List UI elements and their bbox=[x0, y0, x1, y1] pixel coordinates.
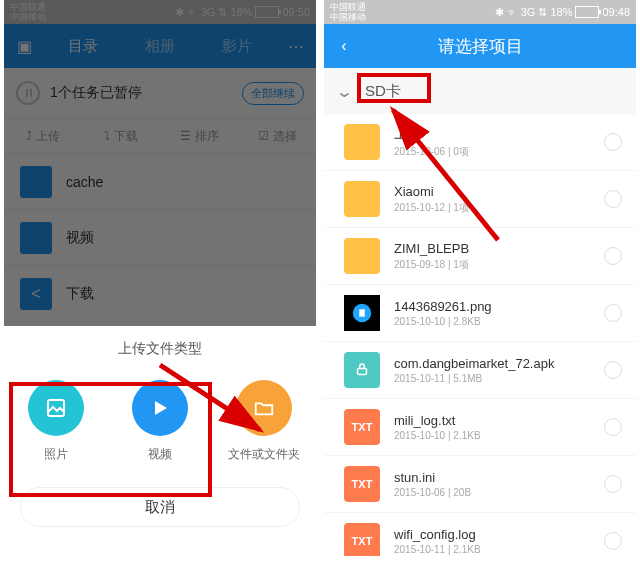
select-radio[interactable] bbox=[604, 190, 622, 208]
file-row[interactable]: TXTmili_log.txt2015-10-10 | 2.1KB bbox=[324, 399, 636, 456]
modal-backdrop[interactable] bbox=[4, 0, 316, 326]
apk-icon bbox=[344, 352, 380, 388]
clock-label: 09:48 bbox=[602, 6, 630, 18]
right-phone: 中国联通 中国移动 ✱ ᯤ 3G ⇅ 18% 09:48 ‹ 请选择项目 ⌄ S… bbox=[324, 0, 636, 556]
png-icon bbox=[344, 295, 380, 331]
file-row[interactable]: com.dangbeimarket_72.apk2015-10-11 | 5.1… bbox=[324, 342, 636, 399]
svg-rect-4 bbox=[358, 369, 367, 375]
cancel-button[interactable]: 取消 bbox=[20, 487, 300, 527]
file-meta: 2015-10-06 | 0项 bbox=[394, 145, 469, 159]
video-icon bbox=[132, 380, 188, 436]
select-radio[interactable] bbox=[604, 418, 622, 436]
folder-icon bbox=[344, 238, 380, 274]
upload-type-sheet: 上传文件类型 照片 视频 文件或文件夹 取消 bbox=[4, 326, 316, 556]
type-photo[interactable]: 照片 bbox=[16, 380, 96, 463]
select-radio[interactable] bbox=[604, 361, 622, 379]
file-row[interactable]: 1443689261.png2015-10-10 | 2.8KB bbox=[324, 285, 636, 342]
select-radio[interactable] bbox=[604, 304, 622, 322]
folder-icon bbox=[344, 124, 380, 160]
file-name: mili_log.txt bbox=[394, 413, 481, 428]
page-title: 请选择项目 bbox=[324, 35, 636, 58]
file-row[interactable]: ZIMI_BLEPB2015-09-18 | 1项 bbox=[324, 228, 636, 285]
sd-header[interactable]: ⌄ SD卡 bbox=[324, 68, 636, 114]
select-radio[interactable] bbox=[604, 532, 622, 550]
file-row[interactable]: 上2015-10-06 | 0项 bbox=[324, 114, 636, 171]
type-file-folder[interactable]: 文件或文件夹 bbox=[224, 380, 304, 463]
file-name: com.dangbeimarket_72.apk bbox=[394, 356, 554, 371]
svg-rect-0 bbox=[48, 400, 64, 416]
txt-icon: TXT bbox=[344, 466, 380, 502]
title-bar: ‹ 请选择项目 bbox=[324, 24, 636, 68]
file-name: ZIMI_BLEPB bbox=[394, 241, 469, 256]
left-phone: 中国联通 中国移动 ✱ ᯤ 3G ⇅ 18% 09:50 ▣ 目录 相册 影片 … bbox=[4, 0, 316, 556]
file-meta: 2015-10-11 | 5.1MB bbox=[394, 373, 554, 384]
chevron-down-icon: ⌄ bbox=[335, 82, 353, 101]
txt-icon: TXT bbox=[344, 523, 380, 556]
file-row[interactable]: TXTwifi_config.log2015-10-11 | 2.1KB bbox=[324, 513, 636, 556]
file-meta: 2015-09-18 | 1项 bbox=[394, 258, 469, 272]
select-radio[interactable] bbox=[604, 133, 622, 151]
wifi-icon: ᯤ bbox=[507, 6, 518, 18]
bluetooth-icon: ✱ bbox=[495, 6, 504, 19]
file-name: wifi_config.log bbox=[394, 527, 481, 542]
type-video[interactable]: 视频 bbox=[120, 380, 200, 463]
file-name: 1443689261.png bbox=[394, 299, 492, 314]
file-row[interactable]: Xiaomi2015-10-12 | 1项 bbox=[324, 171, 636, 228]
battery-icon bbox=[575, 6, 599, 18]
file-row[interactable]: TXTstun.ini2015-10-06 | 20B bbox=[324, 456, 636, 513]
file-meta: 2015-10-10 | 2.1KB bbox=[394, 430, 481, 441]
svg-rect-3 bbox=[359, 309, 365, 316]
folder-icon bbox=[344, 181, 380, 217]
status-bar: 中国联通 中国移动 ✱ ᯤ 3G ⇅ 18% 09:48 bbox=[324, 0, 636, 24]
file-name: 上 bbox=[394, 125, 469, 143]
file-meta: 2015-10-12 | 1项 bbox=[394, 201, 469, 215]
file-meta: 2015-10-06 | 20B bbox=[394, 487, 471, 498]
select-radio[interactable] bbox=[604, 475, 622, 493]
sheet-title: 上传文件类型 bbox=[4, 326, 316, 368]
file-meta: 2015-10-11 | 2.1KB bbox=[394, 544, 481, 555]
txt-icon: TXT bbox=[344, 409, 380, 445]
svg-marker-1 bbox=[155, 401, 167, 415]
select-radio[interactable] bbox=[604, 247, 622, 265]
folder-open-icon bbox=[236, 380, 292, 436]
sd-label: SD卡 bbox=[365, 82, 401, 101]
file-name: Xiaomi bbox=[394, 184, 469, 199]
file-meta: 2015-10-10 | 2.8KB bbox=[394, 316, 492, 327]
photo-icon bbox=[28, 380, 84, 436]
file-name: stun.ini bbox=[394, 470, 471, 485]
